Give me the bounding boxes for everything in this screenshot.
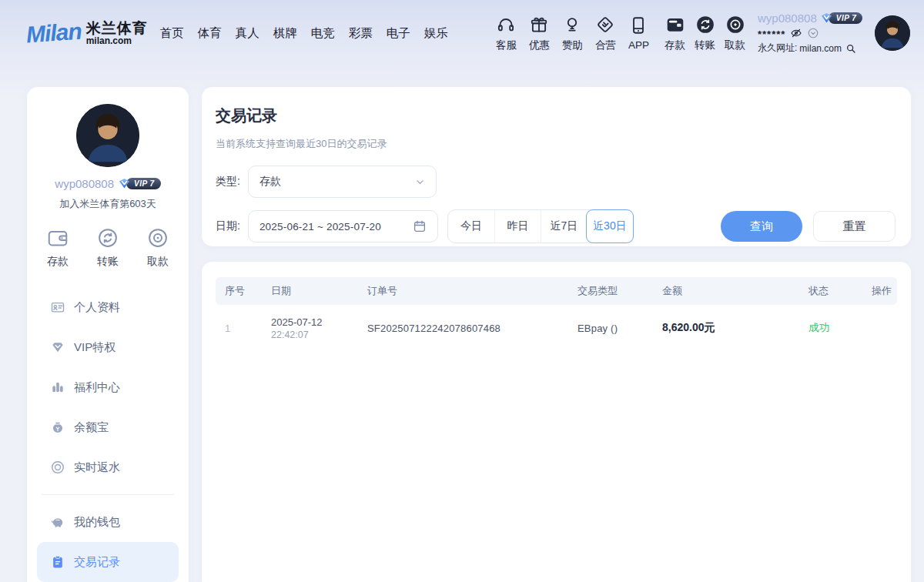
transaction-filter-panel: 交易记录 当前系统支持查询最近30日的交易记录 类型: 存款 日期: 2025-… xyxy=(202,87,911,246)
app-download-button[interactable]: APP xyxy=(628,15,649,51)
vip-badge: VIP 7 xyxy=(118,178,161,189)
moneybag-icon xyxy=(50,420,65,435)
row-amount: 8,620.00元 xyxy=(653,321,799,335)
withdraw-button[interactable]: 取款 xyxy=(725,15,745,52)
sponsorship-button[interactable]: 赞助 xyxy=(562,15,583,52)
sidebar-item-transaction-records[interactable]: 交易记录 xyxy=(37,542,179,582)
range-30days-button[interactable]: 近30日 xyxy=(586,209,634,243)
partnership-button[interactable]: 合营 xyxy=(595,15,616,52)
account-sidebar: wyp080808 VIP 7 加入米兰体育第603天 存款 转账 取款 xyxy=(27,87,189,582)
customer-service-button[interactable]: 客服 xyxy=(496,15,517,52)
type-select[interactable]: 存款 xyxy=(248,166,437,198)
row-transaction-type: EBpay () xyxy=(568,323,653,334)
sidebar-item-label: 实时返水 xyxy=(74,460,120,475)
action-label: 转账 xyxy=(695,38,715,52)
permanent-url-value: milan.com xyxy=(799,43,842,54)
sidebar-item-rebate[interactable]: 实时返水 xyxy=(37,447,179,487)
withdraw-outline-icon xyxy=(146,226,169,249)
quick-action-label: 存款 xyxy=(47,255,69,269)
nav-item-entertainment[interactable]: 娱乐 xyxy=(424,25,448,42)
action-label: 取款 xyxy=(725,38,745,52)
wallet-outline-icon xyxy=(46,226,69,249)
vip-level-text: VIP 7 xyxy=(829,12,863,24)
range-7days-button[interactable]: 近7日 xyxy=(541,210,587,242)
date-range-input[interactable]: 2025-06-21 ~ 2025-07-20 xyxy=(248,210,438,242)
sidebar-item-yuebao[interactable]: 余额宝 xyxy=(37,407,179,447)
page-title: 交易记录 xyxy=(216,105,896,126)
refresh-balance-icon[interactable] xyxy=(807,27,819,39)
brand-logo[interactable]: Milan 米兰体育 milan.com xyxy=(26,20,148,46)
date-filter-label: 日期: xyxy=(216,219,240,233)
sidebar-item-label: 交易记录 xyxy=(74,555,120,570)
gift-icon xyxy=(529,15,549,35)
masked-balance-text: ****** xyxy=(758,28,785,38)
vip-diamond-icon xyxy=(820,12,833,24)
date-range-value: 2025-06-21 ~ 2025-07-20 xyxy=(259,221,381,232)
nav-item-home[interactable]: 首页 xyxy=(160,25,184,42)
search-button[interactable]: 查询 xyxy=(721,211,802,242)
table-header-row: 序号 日期 订单号 交易类型 金额 状态 操作 xyxy=(216,277,897,305)
avatar-image xyxy=(875,15,910,51)
sidebar-avatar[interactable] xyxy=(76,104,139,167)
rebate-icon xyxy=(50,460,65,475)
chevron-down-icon xyxy=(415,177,425,187)
header-status: 状态 xyxy=(799,284,862,298)
username-text: wyp080808 xyxy=(758,12,817,25)
nav-item-slots[interactable]: 电子 xyxy=(387,25,410,42)
id-card-icon xyxy=(50,299,65,315)
records-icon xyxy=(50,554,65,570)
quick-date-range-group: 今日 昨日 近7日 近30日 xyxy=(447,209,634,243)
row-index: 1 xyxy=(216,323,262,334)
benefits-icon xyxy=(50,380,65,395)
sidebar-quick-actions: 存款 转账 取款 xyxy=(27,226,189,269)
sidebar-withdraw-button[interactable]: 取款 xyxy=(146,226,169,269)
transfer-filled-icon xyxy=(695,15,715,35)
action-label: 合营 xyxy=(595,38,616,52)
nav-item-esports[interactable]: 电竞 xyxy=(311,25,335,42)
transfer-outline-icon xyxy=(96,226,119,249)
header-date: 日期 xyxy=(262,284,358,298)
sidebar-transfer-button[interactable]: 转账 xyxy=(96,226,119,269)
page-subtitle: 当前系统支持查询最近30日的交易记录 xyxy=(216,137,896,151)
header-amount: 金额 xyxy=(653,284,799,298)
sidebar-deposit-button[interactable]: 存款 xyxy=(46,226,69,269)
header-index: 序号 xyxy=(216,284,262,298)
user-avatar[interactable] xyxy=(875,15,910,51)
avatar-image xyxy=(76,104,139,167)
eye-off-icon[interactable] xyxy=(790,27,802,39)
reset-button[interactable]: 重置 xyxy=(813,211,896,242)
user-info-block[interactable]: wyp080808 VIP 7 ****** 永久网址: milan.com xyxy=(758,12,865,55)
sidebar-item-profile[interactable]: 个人资料 xyxy=(37,287,179,327)
vip-gem-icon xyxy=(50,340,65,355)
sidebar-item-label: 我的钱包 xyxy=(74,515,120,530)
promotions-button[interactable]: 优惠 xyxy=(529,15,550,52)
sidebar-item-wallet[interactable]: 我的钱包 xyxy=(37,502,179,542)
quick-action-label: 转账 xyxy=(97,255,119,269)
row-status-badge: 成功 xyxy=(799,321,862,335)
trophy-icon xyxy=(562,15,582,35)
membership-days-text: 加入米兰体育第603天 xyxy=(27,197,189,211)
nav-item-live[interactable]: 真人 xyxy=(236,25,259,42)
wallet-filled-icon xyxy=(665,15,685,35)
row-time: 22:42:07 xyxy=(271,329,358,340)
nav-item-lottery[interactable]: 彩票 xyxy=(349,25,373,42)
vip-diamond-icon xyxy=(118,178,131,189)
transfer-button[interactable]: 转账 xyxy=(695,15,715,52)
deposit-button[interactable]: 存款 xyxy=(665,15,685,52)
quick-action-label: 取款 xyxy=(147,255,169,269)
sidebar-menu: 个人资料 VIP特权 福利中心 余额宝 实时返水 xyxy=(27,287,189,582)
range-today-button[interactable]: 今日 xyxy=(448,210,494,242)
sidebar-item-benefits[interactable]: 福利中心 xyxy=(37,367,179,407)
search-icon[interactable] xyxy=(845,43,856,54)
nav-item-cards[interactable]: 棋牌 xyxy=(273,25,297,42)
header-order-no: 订单号 xyxy=(358,284,568,298)
range-yesterday-button[interactable]: 昨日 xyxy=(494,210,541,242)
action-label: 优惠 xyxy=(529,38,550,52)
type-filter-label: 类型: xyxy=(216,175,240,189)
calendar-icon xyxy=(413,219,427,233)
nav-item-sports[interactable]: 体育 xyxy=(198,25,222,42)
sidebar-item-label: 个人资料 xyxy=(74,300,120,315)
sidebar-item-vip[interactable]: VIP特权 xyxy=(37,327,179,367)
vip-level-text: VIP 7 xyxy=(126,178,161,189)
withdraw-filled-icon xyxy=(725,15,745,35)
